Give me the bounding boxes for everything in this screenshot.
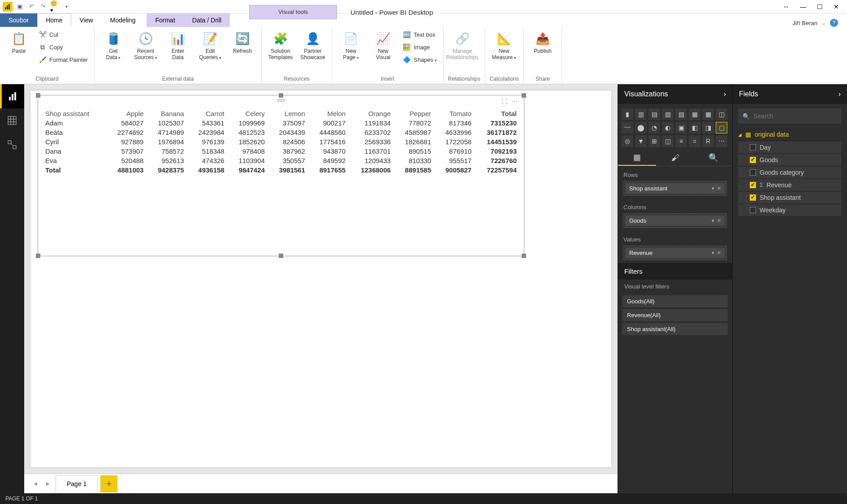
chevron-right-icon[interactable]: › — [724, 90, 726, 98]
format-painter-button[interactable]: 🖌️Format Painter — [37, 54, 90, 65]
report-canvas[interactable]: ⛶ ⋯ Shop assistantAppleBananaCarrotCeler… — [30, 90, 611, 467]
viz-type-icon[interactable]: ≡ — [675, 135, 687, 147]
checkbox-icon[interactable] — [750, 194, 756, 201]
redo-icon[interactable]: ↷ — [39, 2, 48, 11]
image-button[interactable]: 🖼️Image — [401, 41, 439, 53]
field-row[interactable]: Day — [738, 142, 842, 153]
columns-item[interactable]: Goods▾✕ — [626, 215, 725, 226]
partner-showcase-button[interactable]: 👤PartnerShowcase — [298, 29, 327, 61]
tab-data-drill[interactable]: Data / Drill — [184, 13, 230, 27]
viz-type-icon[interactable]: ◎ — [622, 135, 633, 147]
rows-item[interactable]: Shop assistant▾✕ — [626, 183, 725, 194]
fields-tab[interactable]: ▦ — [618, 150, 656, 166]
search-input[interactable] — [753, 112, 837, 120]
fields-search[interactable]: 🔍 — [738, 108, 842, 124]
viz-type-icon[interactable]: R — [702, 135, 714, 147]
viz-type-icon[interactable]: ▧ — [662, 108, 674, 120]
filter-item[interactable]: Shop assistant(All) — [622, 323, 728, 335]
viz-type-icon[interactable]: ◫ — [716, 108, 727, 120]
values-well[interactable]: Revenue▾✕ — [623, 246, 727, 260]
filter-item[interactable]: Revenue(All) — [622, 309, 728, 321]
viz-type-icon[interactable]: ▣ — [675, 122, 687, 134]
viz-type-icon[interactable]: ▢ — [716, 122, 727, 134]
field-row[interactable]: Shop assistant — [738, 192, 842, 203]
visualizations-header[interactable]: Visualizations › — [618, 84, 732, 104]
filter-item[interactable]: Goods(All) — [622, 295, 728, 307]
new-visual-button[interactable]: 📈NewVisual — [369, 29, 398, 61]
viz-type-icon[interactable]: ⬤ — [635, 122, 647, 134]
user-name[interactable]: Jiří Beran — [792, 20, 817, 26]
checkbox-icon[interactable] — [750, 169, 756, 176]
tab-format[interactable]: Format — [147, 13, 183, 27]
checkbox-icon[interactable] — [750, 144, 756, 151]
checkbox-icon[interactable] — [750, 157, 756, 163]
format-tab[interactable]: 🖌 — [656, 150, 694, 166]
viz-type-icon[interactable]: ◫ — [662, 135, 674, 147]
new-measure-button[interactable]: 📐NewMeasure — [490, 29, 519, 61]
cut-button[interactable]: ✂️Cut — [37, 29, 90, 40]
viz-type-icon[interactable]: ⊞ — [648, 135, 660, 147]
tab-file[interactable]: Soubor — [0, 13, 37, 27]
analytics-tab[interactable]: 🔍 — [694, 150, 732, 166]
paste-button[interactable]: 📋 Paste — [4, 29, 33, 55]
minimize-icon[interactable]: — — [800, 3, 806, 10]
tab-view[interactable]: View — [71, 13, 102, 27]
add-page-button[interactable]: + — [100, 475, 117, 492]
viz-type-icon[interactable]: ◨ — [702, 122, 714, 134]
undo-icon[interactable]: ↶ — [27, 2, 36, 11]
new-page-button[interactable]: 📄NewPage — [337, 29, 365, 61]
get-data-button[interactable]: 🛢️GetData — [99, 29, 128, 61]
field-row[interactable]: Weekday — [738, 204, 842, 216]
copy-button[interactable]: ⧉Copy — [37, 41, 90, 53]
more-options-icon[interactable]: ⋯ — [512, 98, 518, 105]
enter-data-button[interactable]: 📊EnterData — [164, 29, 192, 61]
refresh-button[interactable]: 🔄Refresh — [228, 29, 257, 55]
tab-modeling[interactable]: Modeling — [102, 13, 144, 27]
resize-icon[interactable]: ↔ — [783, 3, 789, 10]
values-item[interactable]: Revenue▾✕ — [626, 248, 725, 258]
help-icon[interactable]: ? — [830, 19, 838, 27]
rows-well[interactable]: Shop assistant▾✕ — [623, 181, 727, 196]
page-tab-1[interactable]: Page 1 — [56, 475, 98, 492]
qat-dropdown-icon[interactable]: ▾ — [62, 2, 71, 11]
page-next-button[interactable]: ► — [43, 480, 53, 487]
close-icon[interactable]: ✕ — [834, 3, 839, 10]
table-original-data[interactable]: ◢ ▦ original data — [738, 128, 842, 141]
chevron-down-icon[interactable]: ⌄ — [822, 21, 825, 26]
checkbox-icon[interactable] — [750, 182, 756, 188]
model-view-button[interactable] — [0, 133, 24, 157]
page-prev-button[interactable]: ◄ — [30, 480, 40, 487]
chevron-right-icon[interactable]: › — [838, 90, 841, 98]
viz-type-icon[interactable]: ▩ — [702, 108, 714, 120]
viz-type-icon[interactable]: ◐ — [662, 122, 674, 134]
publish-button[interactable]: 📤Publish — [528, 29, 557, 55]
solution-templates-button[interactable]: 🧩SolutionTemplates — [266, 29, 295, 61]
save-icon[interactable]: ▣ — [15, 2, 24, 11]
visual-tools-tab[interactable]: Visual tools — [249, 5, 337, 19]
report-view-button[interactable] — [0, 84, 24, 108]
data-view-button[interactable] — [0, 108, 24, 133]
edit-queries-button[interactable]: 📝EditQueries — [196, 29, 225, 61]
viz-type-icon[interactable]: ▮ — [622, 108, 633, 120]
viz-type-icon[interactable]: 〰 — [622, 122, 633, 134]
tab-home[interactable]: Home — [37, 13, 71, 27]
viz-type-icon[interactable]: ▦ — [689, 108, 700, 120]
field-row[interactable]: Goods category — [738, 167, 842, 178]
viz-type-icon[interactable]: ▥ — [635, 108, 647, 120]
field-row[interactable]: Goods — [738, 154, 842, 166]
viz-type-icon[interactable]: ▨ — [675, 108, 687, 120]
fields-header[interactable]: Fields › — [733, 84, 847, 104]
filters-header[interactable]: Filters — [618, 263, 732, 280]
recent-sources-button[interactable]: 🕓RecentSources — [131, 29, 160, 61]
shapes-button[interactable]: 🔷Shapes — [401, 54, 439, 65]
viz-type-icon[interactable]: ◔ — [648, 122, 660, 134]
focus-mode-icon[interactable]: ⛶ — [501, 98, 507, 105]
viz-type-icon[interactable]: ▤ — [648, 108, 660, 120]
viz-type-icon[interactable]: ◧ — [689, 122, 700, 134]
matrix-visual[interactable]: ⛶ ⋯ Shop assistantAppleBananaCarrotCeler… — [38, 95, 524, 256]
maximize-icon[interactable]: ☐ — [817, 3, 823, 10]
viz-type-icon[interactable]: ▼ — [635, 135, 647, 147]
text-box-button[interactable]: 🔤Text box — [401, 29, 439, 40]
field-row[interactable]: ΣRevenue — [738, 179, 842, 191]
viz-type-icon[interactable]: ⋯ — [716, 135, 727, 147]
